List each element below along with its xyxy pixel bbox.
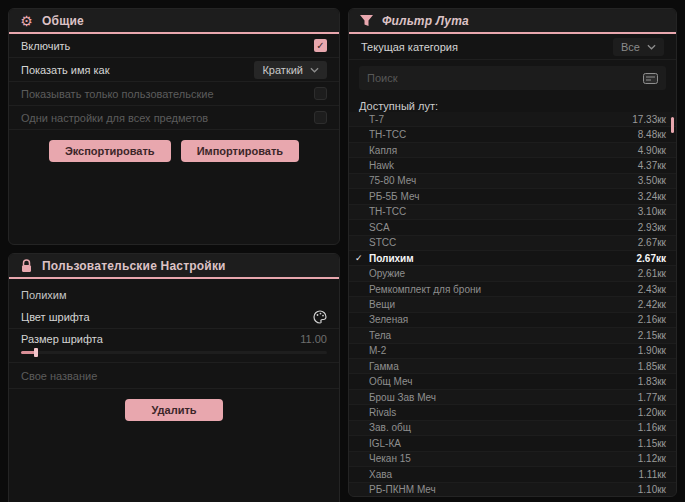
list-item[interactable]: Гамма 1.85кк bbox=[349, 359, 676, 374]
list-item[interactable]: РБ-5Б Меч 3.24кк bbox=[349, 189, 676, 204]
list-item[interactable]: РБ-ПКНМ Меч 1.10кк bbox=[349, 483, 676, 497]
loot-item-value: 1.16кк bbox=[638, 422, 666, 433]
font-color-label: Цвет шрифта bbox=[21, 311, 90, 323]
general-panel-header: ⚙ Общие bbox=[9, 9, 339, 34]
loot-item-name: М-2 bbox=[369, 345, 638, 356]
loot-item-name: 75-80 Меч bbox=[369, 175, 638, 186]
font-size-slider[interactable] bbox=[21, 351, 327, 354]
same-settings-checkbox[interactable] bbox=[314, 111, 327, 124]
list-item[interactable]: Тела 2.15кк bbox=[349, 328, 676, 343]
list-item[interactable]: Общ Меч 1.83кк bbox=[349, 374, 676, 389]
list-item[interactable]: 75-80 Меч 3.50кк bbox=[349, 174, 676, 189]
loot-item-name: Т-7 bbox=[369, 114, 632, 125]
list-item[interactable]: Оружие 2.61кк bbox=[349, 266, 676, 281]
loot-item-name: Тела bbox=[369, 330, 638, 341]
loot-item-value: 1.12кк bbox=[638, 453, 666, 464]
list-item[interactable]: IGL-КА 1.15кк bbox=[349, 436, 676, 451]
custom-name-input[interactable]: Свое название bbox=[9, 363, 339, 389]
chevron-down-icon bbox=[647, 44, 656, 50]
loot-item-value: 2.15кк bbox=[638, 330, 666, 341]
category-value: Все bbox=[621, 41, 640, 53]
loot-item-name: Оружие bbox=[369, 268, 638, 279]
loot-filter-header: Фильтр Лута bbox=[349, 9, 676, 34]
scrollbar-thumb[interactable] bbox=[671, 117, 674, 133]
loot-item-value: 2.43кк bbox=[638, 284, 666, 295]
export-import-row: Экспортировать Импортировать bbox=[9, 130, 339, 162]
loot-item-value: 1.11кк bbox=[639, 469, 666, 480]
enable-checkbox[interactable]: ✓ bbox=[314, 39, 327, 52]
delete-row: Удалить bbox=[9, 389, 339, 421]
list-item[interactable]: ТН-ТСС 3.10кк bbox=[349, 205, 676, 220]
category-label: Текущая категория bbox=[361, 41, 458, 53]
show-name-value: Краткий bbox=[262, 64, 303, 76]
loot-item-name: Зав. общ bbox=[369, 422, 638, 433]
list-item[interactable]: Rivals 1.20кк bbox=[349, 405, 676, 420]
list-item[interactable]: Т-7 17.33кк bbox=[349, 112, 676, 127]
search-placeholder: Поиск bbox=[367, 72, 397, 84]
list-item[interactable]: Зеленая 2.16кк bbox=[349, 313, 676, 328]
loot-filter-title: Фильтр Лута bbox=[382, 14, 469, 28]
general-panel-title: Общие bbox=[42, 14, 84, 28]
loot-item-name: Хава bbox=[369, 469, 639, 480]
show-name-dropdown[interactable]: Краткий bbox=[254, 61, 327, 79]
list-item[interactable]: Чекан 15 1.12кк bbox=[349, 452, 676, 467]
font-size-label: Размер шрифта bbox=[21, 333, 103, 345]
loot-item-name: Общ Меч bbox=[369, 376, 638, 387]
list-item[interactable]: М-2 1.90кк bbox=[349, 344, 676, 359]
loot-item-value: 1.20кк bbox=[638, 407, 666, 418]
enable-row: Включить ✓ bbox=[9, 34, 339, 58]
loot-item-value: 2.42кк bbox=[638, 299, 666, 310]
loot-item-name: Ремкомплект для брони bbox=[369, 284, 638, 295]
loot-item-name: РБ-5Б Меч bbox=[369, 191, 638, 202]
list-item[interactable]: Hawk 4.37кк bbox=[349, 158, 676, 173]
loot-item-name: Зеленая bbox=[369, 314, 638, 325]
selected-item-name: Полихим bbox=[9, 279, 339, 305]
list-item[interactable]: Вещи 2.42кк bbox=[349, 297, 676, 312]
export-button[interactable]: Экспортировать bbox=[49, 140, 171, 162]
only-custom-row: Показывать только пользовательские bbox=[9, 82, 339, 106]
loot-item-value: 2.67кк bbox=[638, 237, 666, 248]
loot-item-value: 1.83кк bbox=[638, 376, 666, 387]
list-item[interactable]: ✓ Полихим 2.67кк bbox=[349, 251, 676, 266]
loot-item-name: Rivals bbox=[369, 407, 638, 418]
loot-item-value: 1.90кк bbox=[638, 345, 666, 356]
import-button[interactable]: Импортировать bbox=[181, 140, 299, 162]
search-input[interactable]: Поиск bbox=[359, 66, 666, 90]
custom-settings-title: Пользовательские Настройки bbox=[42, 259, 226, 273]
only-custom-checkbox[interactable] bbox=[314, 87, 327, 100]
loot-item-value: 8.48кк bbox=[638, 129, 666, 140]
loot-item-value: 3.10кк bbox=[638, 206, 666, 217]
list-item[interactable]: Ремкомплект для брони 2.43кк bbox=[349, 282, 676, 297]
custom-settings-header: Пользовательские Настройки bbox=[9, 254, 339, 279]
same-settings-row: Одни настройки для всех предметов bbox=[9, 106, 339, 130]
loot-item-value: 1.10кк bbox=[638, 484, 666, 495]
list-item[interactable]: Зав. общ 1.16кк bbox=[349, 421, 676, 436]
loot-item-name: SCA bbox=[369, 222, 638, 233]
loot-item-name: Hawk bbox=[369, 160, 638, 171]
category-dropdown[interactable]: Все bbox=[613, 38, 664, 56]
font-size-row: Размер шрифта 11.00 bbox=[9, 329, 339, 349]
loot-item-value: 17.33кк bbox=[632, 114, 666, 125]
list-item[interactable]: ТН-ТСС 8.48кк bbox=[349, 127, 676, 142]
show-name-row: Показать имя как Краткий bbox=[9, 58, 339, 82]
list-item[interactable]: Капля 4.90кк bbox=[349, 143, 676, 158]
search-options-icon[interactable] bbox=[643, 71, 658, 86]
delete-button[interactable]: Удалить bbox=[125, 399, 222, 421]
loot-item-name: Гамма bbox=[369, 361, 638, 372]
list-item[interactable]: Брош Зав Меч 1.77кк bbox=[349, 390, 676, 405]
loot-item-value: 3.50кк bbox=[638, 175, 666, 186]
enable-label: Включить bbox=[21, 40, 70, 52]
list-item[interactable]: SCA 2.93кк bbox=[349, 220, 676, 235]
loot-item-name: STCC bbox=[369, 237, 638, 248]
palette-icon[interactable] bbox=[312, 309, 327, 324]
loot-item-value: 1.85кк bbox=[638, 361, 666, 372]
slider-handle[interactable] bbox=[34, 348, 38, 357]
loot-item-name: РБ-ПКНМ Меч bbox=[369, 484, 638, 495]
font-size-value: 11.00 bbox=[300, 333, 327, 345]
loot-item-name: Полихим bbox=[369, 253, 637, 264]
list-item[interactable]: Хава 1.11кк bbox=[349, 467, 676, 482]
list-item[interactable]: STCC 2.67кк bbox=[349, 236, 676, 251]
loot-item-value: 4.90кк bbox=[638, 145, 666, 156]
font-size-slider-wrap bbox=[9, 349, 339, 363]
same-settings-label: Одни настройки для всех предметов bbox=[21, 112, 208, 124]
